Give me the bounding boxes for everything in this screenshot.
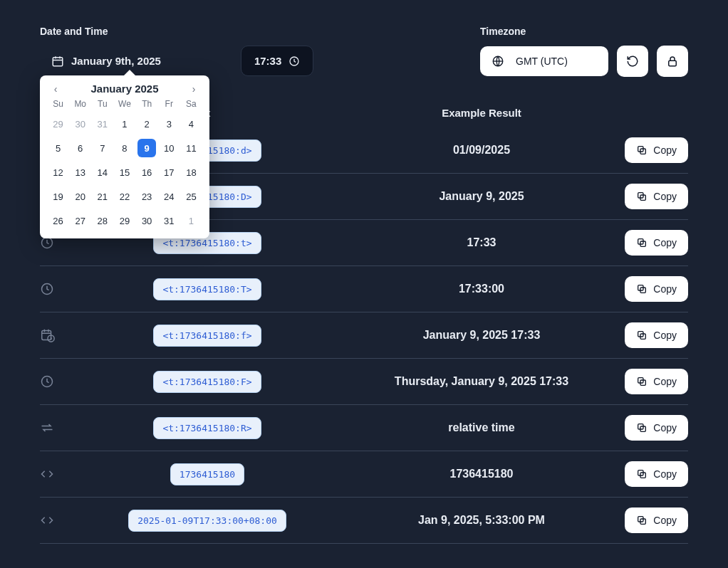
calendar-day[interactable]: 5 (49, 139, 68, 157)
calendar-day[interactable]: 29 (49, 115, 68, 133)
time-picker-button[interactable]: 17:33 (241, 46, 313, 76)
calendar-dow: Th (142, 99, 152, 109)
date-time-label: Date and Time (40, 26, 457, 37)
calendar-day[interactable]: 25 (182, 187, 200, 206)
syntax-code[interactable]: <t:1736415180:T> (153, 278, 261, 300)
timezone-value: GMT (UTC) (516, 56, 568, 67)
calendar-next-month[interactable]: › (187, 83, 201, 95)
calendar-icon (51, 55, 64, 68)
calendar-prev-month[interactable]: ‹ (48, 83, 63, 95)
syntax-code[interactable]: 1736415180 (170, 463, 244, 485)
syntax-code[interactable]: <t:1736415180:R> (153, 417, 261, 439)
copy-button[interactable]: Copy (625, 461, 688, 487)
calendar-day[interactable]: 1 (182, 211, 200, 230)
code-icon (40, 513, 68, 527)
copy-button[interactable]: Copy (625, 137, 688, 163)
calendar-day[interactable]: 24 (160, 187, 178, 206)
calendar-day[interactable]: 18 (182, 163, 200, 182)
selected-time: 17:33 (254, 55, 281, 67)
reset-button[interactable] (617, 46, 648, 77)
clock-icon (288, 56, 300, 67)
example-result: 17:33 (346, 236, 617, 249)
syntax-code[interactable]: <t:1736415180:f> (153, 325, 261, 347)
example-result: 17:33:00 (346, 283, 617, 295)
calendar-day[interactable]: 14 (93, 163, 112, 182)
clock-icon (40, 282, 68, 296)
calendar-day[interactable]: 2 (137, 115, 156, 133)
clock-icon (40, 374, 68, 389)
calendar-day[interactable]: 29 (115, 211, 134, 230)
copy-button[interactable]: Copy (625, 276, 688, 302)
calendar-day[interactable]: 28 (93, 211, 112, 230)
calendar-day[interactable]: 30 (71, 115, 90, 133)
copy-button[interactable]: Copy (625, 230, 688, 256)
calendar-day[interactable]: 6 (71, 139, 90, 157)
table-row: <t:1736415180:T>17:33:00Copy (40, 266, 688, 312)
copy-button[interactable]: Copy (625, 184, 688, 209)
table-row: 17364151801736415180Copy (40, 451, 688, 498)
copy-button[interactable]: Copy (625, 415, 688, 441)
calendar-day[interactable]: 3 (160, 115, 178, 133)
calendar-day[interactable]: 31 (160, 211, 178, 230)
calendar-title: January 2025 (90, 83, 158, 95)
calendar-dow: Fr (165, 99, 173, 109)
globe-icon (492, 55, 504, 68)
calendar-day[interactable]: 15 (115, 163, 134, 182)
table-row: 2025-01-09T17:33:00+08:00Jan 9, 2025, 5:… (40, 498, 688, 544)
calendar-day[interactable]: 17 (160, 163, 178, 182)
calendar-popover: ‹ January 2025 › SuMoTuWeThFrSa293031123… (40, 75, 209, 238)
example-result: 01/09/2025 (346, 144, 617, 157)
table-row: <t:1736415180:f>January 9, 2025 17:33Cop… (40, 312, 688, 359)
calendar-day[interactable]: 20 (71, 187, 90, 206)
timezone-label: Timezone (480, 26, 688, 37)
calendar-day[interactable]: 19 (49, 187, 68, 206)
copy-button[interactable]: Copy (625, 322, 688, 348)
calendar-day[interactable]: 22 (115, 187, 134, 206)
calendar-day[interactable]: 23 (137, 187, 156, 206)
calendar-dow: Sa (186, 99, 197, 109)
copy-button[interactable]: Copy (625, 369, 688, 394)
calendar-day[interactable]: 9 (137, 139, 156, 157)
copy-button[interactable]: Copy (625, 507, 688, 533)
calendar-day[interactable]: 13 (71, 163, 90, 182)
example-result: Thursday, January 9, 2025 17:33 (346, 375, 617, 388)
table-row: <t:1736415180:F>Thursday, January 9, 202… (40, 359, 688, 405)
example-result: Jan 9, 2025, 5:33:00 PM (346, 514, 617, 527)
selected-date: January 9th, 2025 (71, 55, 161, 67)
syntax-code[interactable]: 2025-01-09T17:33:00+08:00 (128, 510, 286, 532)
calendar-dow: Mo (74, 99, 86, 109)
syntax-code[interactable]: <t:1736415180:F> (153, 371, 261, 393)
example-result: January 9, 2025 (346, 190, 617, 203)
calendar-day[interactable]: 8 (115, 139, 134, 157)
calendar-day[interactable]: 11 (182, 139, 200, 157)
arrows-icon (40, 421, 68, 435)
calclock-icon (40, 327, 68, 343)
example-result: January 9, 2025 17:33 (346, 329, 617, 342)
refresh-icon (626, 55, 639, 68)
table-row: <t:1736415180:R>relative timeCopy (40, 405, 688, 451)
calendar-day[interactable]: 7 (93, 139, 112, 157)
calendar-day[interactable]: 4 (182, 115, 200, 133)
calendar-day[interactable]: 1 (115, 115, 134, 133)
example-result: 1736415180 (346, 468, 617, 480)
calendar-dow: We (118, 99, 131, 109)
example-header: Example Result (346, 107, 617, 119)
timezone-select[interactable]: GMT (UTC) (480, 46, 608, 76)
calendar-dow: Tu (98, 99, 108, 109)
svg-rect-0 (53, 57, 63, 65)
code-icon (40, 467, 68, 481)
svg-rect-6 (669, 61, 677, 66)
lock-button[interactable] (657, 46, 688, 77)
calendar-dow: Su (53, 99, 63, 109)
example-result: relative time (346, 421, 617, 434)
calendar-day[interactable]: 31 (93, 115, 112, 133)
calendar-day[interactable]: 16 (137, 163, 156, 182)
date-picker-button[interactable]: January 9th, 2025 (40, 48, 172, 75)
calendar-day[interactable]: 26 (49, 211, 68, 230)
calendar-day[interactable]: 27 (71, 211, 90, 230)
calendar-day[interactable]: 30 (137, 211, 156, 230)
calendar-day[interactable]: 21 (93, 187, 112, 206)
calendar-day[interactable]: 12 (49, 163, 68, 182)
calendar-day[interactable]: 10 (160, 139, 178, 157)
lock-icon (666, 55, 679, 68)
